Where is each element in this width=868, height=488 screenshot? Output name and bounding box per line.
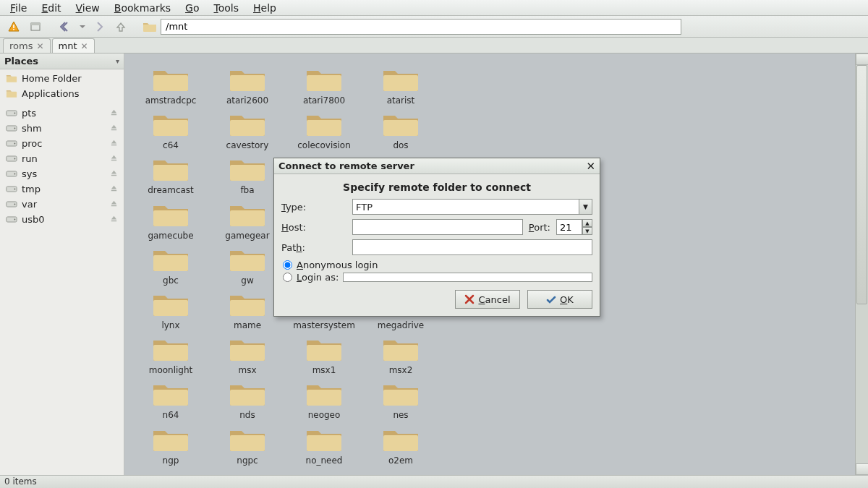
folder-neogeo[interactable]: neogeo: [288, 378, 360, 420]
sidebar-drive-shm[interactable]: shm: [0, 121, 124, 136]
sidebar-drive-sys[interactable]: sys: [0, 166, 124, 181]
folder-msx1[interactable]: msx1: [288, 333, 360, 375]
folder-no_need[interactable]: no_need: [288, 424, 360, 466]
svg-point-11: [14, 128, 16, 129]
scroll-up-button[interactable]: ▲: [856, 53, 868, 65]
tab-roms[interactable]: roms ✕: [3, 38, 51, 53]
eject-icon[interactable]: [110, 108, 118, 119]
path-input[interactable]: [352, 239, 592, 255]
menu-file[interactable]: FFileile: [4, 1, 33, 15]
eject-icon[interactable]: [110, 138, 118, 149]
port-spinner[interactable]: ▲ ▼: [556, 219, 592, 235]
back-dropdown-icon[interactable]: [78, 18, 87, 35]
folder-fba[interactable]: fba: [211, 153, 284, 195]
scroll-track[interactable]: [856, 65, 868, 463]
statusbar: 0 items: [0, 475, 868, 488]
close-icon[interactable]: ✕: [81, 41, 88, 51]
menu-tools[interactable]: Tools: [208, 1, 244, 15]
folder-colecovision[interactable]: colecovision: [288, 108, 360, 150]
folder-msx[interactable]: msx: [211, 333, 284, 375]
close-icon[interactable]: ✕: [586, 160, 595, 173]
cancel-button[interactable]: Cancel: [455, 290, 520, 309]
host-input[interactable]: [352, 219, 523, 235]
menu-bookmarks[interactable]: Bookmarks: [109, 1, 176, 15]
folder-atari7800[interactable]: atari7800: [288, 64, 360, 106]
sidebar-drive-pts[interactable]: pts: [0, 106, 124, 121]
scroll-thumb[interactable]: [856, 65, 867, 304]
spin-down-icon[interactable]: ▼: [582, 227, 592, 235]
sidebar-drive-proc[interactable]: proc: [0, 136, 124, 151]
address-bar[interactable]: [161, 19, 681, 35]
folder-gamecube[interactable]: gamecube: [135, 199, 207, 241]
folder-atarist[interactable]: atarist: [365, 64, 437, 106]
sidebar-drive-tmp[interactable]: tmp: [0, 181, 124, 197]
folder-label: ngp: [163, 456, 179, 466]
eject-icon[interactable]: [110, 214, 118, 225]
chevron-down-icon[interactable]: ▾: [116, 57, 119, 65]
folder-dos[interactable]: dos: [365, 108, 437, 150]
folder-icon: [304, 378, 344, 409]
nav-back-button[interactable]: [56, 18, 75, 35]
vertical-scrollbar[interactable]: ▲ ▼: [855, 53, 868, 475]
svg-point-8: [14, 113, 16, 114]
sidebar-drive-var[interactable]: var: [0, 197, 124, 212]
login-as-radio[interactable]: [283, 273, 292, 282]
folder-dreamcast[interactable]: dreamcast: [135, 153, 207, 195]
folder-label: no_need: [306, 456, 343, 466]
spin-up-icon[interactable]: ▲: [582, 219, 592, 227]
sidebar-drive-run[interactable]: run: [0, 151, 124, 166]
folder-mame[interactable]: mame: [211, 288, 284, 330]
folder-nes[interactable]: nes: [365, 378, 437, 420]
close-icon[interactable]: ✕: [36, 41, 43, 51]
eject-icon[interactable]: [110, 168, 118, 179]
eject-icon[interactable]: [110, 123, 118, 134]
svg-rect-43: [153, 210, 188, 226]
tab-label: roms: [9, 40, 33, 51]
folder-c64[interactable]: c64: [135, 108, 207, 150]
tab-label: mnt: [59, 40, 77, 51]
folder-lynx[interactable]: lynx: [135, 288, 207, 330]
menu-view[interactable]: View: [70, 1, 106, 15]
scroll-down-button[interactable]: ▼: [856, 463, 868, 475]
sidebar-drive-usb0[interactable]: usb0: [0, 212, 124, 227]
dialog-titlebar[interactable]: Connect to remote server ✕: [274, 158, 600, 174]
menu-go[interactable]: Go: [179, 1, 205, 15]
folder-gw[interactable]: gw: [211, 244, 284, 286]
folder-icon: [227, 108, 268, 140]
tab-mnt[interactable]: mnt ✕: [52, 38, 95, 53]
sidebar-item-home-folder[interactable]: Home Folder: [0, 71, 124, 86]
folder-atari2600[interactable]: atari2600: [211, 64, 284, 106]
port-input[interactable]: [556, 219, 582, 235]
folder-o2em[interactable]: o2em: [365, 424, 437, 466]
folder-nds[interactable]: nds: [211, 378, 284, 420]
folder-icon: [227, 333, 268, 364]
folder-label: atarist: [387, 96, 415, 106]
chevron-down-icon[interactable]: ▼: [579, 200, 592, 214]
folder-gbc[interactable]: gbc: [135, 244, 207, 286]
folder-cavestory[interactable]: cavestory: [211, 108, 284, 150]
svg-rect-5: [7, 77, 17, 82]
folder-gamegear[interactable]: gamegear: [211, 199, 284, 241]
eject-icon[interactable]: [110, 184, 118, 194]
folder-n64[interactable]: n64: [135, 378, 207, 420]
eject-icon[interactable]: [110, 153, 118, 164]
menu-edit[interactable]: Edit: [35, 1, 67, 15]
cancel-icon: [464, 294, 475, 304]
folder-msx2[interactable]: msx2: [365, 333, 437, 375]
login-input[interactable]: [343, 273, 592, 282]
folder-icon: [227, 199, 268, 230]
folder-ngpc[interactable]: ngpc: [211, 424, 284, 466]
folder-ngp[interactable]: ngp: [135, 424, 207, 466]
ok-button[interactable]: OK: [527, 290, 592, 309]
folder-moonlight[interactable]: moonlight: [135, 333, 207, 375]
sidebar-item-applications[interactable]: Applications: [0, 86, 124, 101]
eject-icon[interactable]: [110, 199, 118, 210]
svg-rect-21: [111, 175, 116, 176]
anonymous-login-radio[interactable]: [283, 260, 292, 270]
new-tab-button[interactable]: [26, 18, 45, 35]
nav-forward-button[interactable]: [90, 18, 109, 35]
type-combo[interactable]: FTP ▼: [352, 199, 592, 215]
folder-amstradcpc[interactable]: amstradcpc: [135, 64, 207, 106]
menu-help[interactable]: Help: [247, 1, 282, 15]
nav-up-button[interactable]: [111, 18, 130, 35]
